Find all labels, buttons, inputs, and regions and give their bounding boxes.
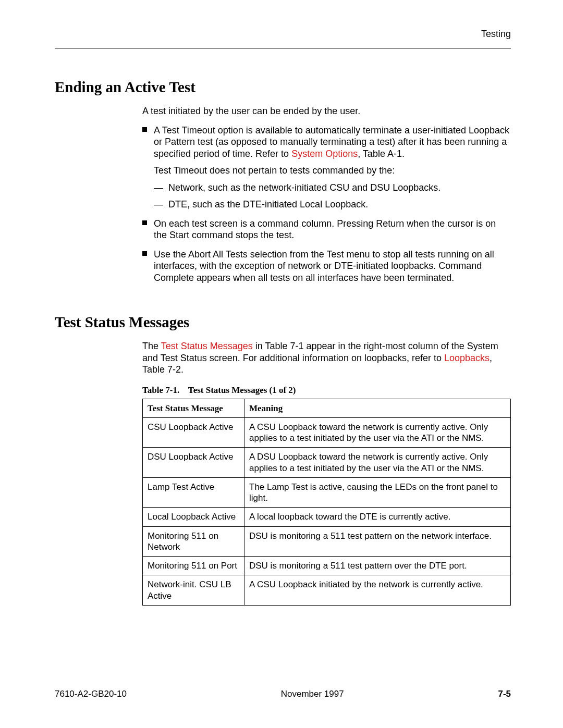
footer-page-number: 7-5 xyxy=(498,689,511,699)
page-footer: 7610-A2-GB20-10 November 1997 7-5 xyxy=(55,689,511,699)
cell-meaning: DSU is monitoring a 511 test pattern ove… xyxy=(244,557,511,575)
cell-meaning: DSU is monitoring a 511 test pattern on … xyxy=(244,526,511,557)
status-paragraph: The Test Status Messages in Table 7-1 ap… xyxy=(142,340,511,376)
cell-msg: DSU Loopback Active xyxy=(143,448,244,478)
link-loopbacks[interactable]: Loopbacks xyxy=(444,353,489,363)
cell-msg: Local Loopback Active xyxy=(143,508,244,526)
cell-msg: Lamp Test Active xyxy=(143,477,244,508)
footer-doc-id: 7610-A2-GB20-10 xyxy=(55,689,127,699)
cell-msg: CSU Loopback Active xyxy=(143,417,244,448)
link-test-status-messages[interactable]: Test Status Messages xyxy=(161,341,253,351)
cell-meaning: A CSU Loopback initiated by the network … xyxy=(244,575,511,606)
sub-paragraph: Test Timeout does not pertain to tests c… xyxy=(154,165,511,177)
p-pre: The xyxy=(142,341,161,351)
table-row: Monitoring 511 on Network DSU is monitor… xyxy=(143,526,511,557)
cell-meaning: The Lamp Test is active, causing the LED… xyxy=(244,477,511,508)
link-system-options[interactable]: System Options xyxy=(291,149,358,159)
table-row: Monitoring 511 on Port DSU is monitoring… xyxy=(143,557,511,575)
intro-paragraph: A test initiated by the user can be ende… xyxy=(142,105,511,117)
cell-msg: Monitoring 511 on Network xyxy=(143,526,244,557)
col-header-message: Test Status Message xyxy=(143,399,244,417)
bullet-list: A Test Timeout option is available to au… xyxy=(142,125,511,284)
heading-test-status-messages: Test Status Messages xyxy=(55,314,511,331)
dash-item-network: Network, such as the network-initiated C… xyxy=(154,182,511,194)
dash-list: Network, such as the network-initiated C… xyxy=(154,182,511,211)
table-row: DSU Loopback Active A DSU Loopback towar… xyxy=(143,448,511,478)
bullet-item-timeout: A Test Timeout option is available to au… xyxy=(142,125,511,211)
bullet-item-abort-all: Use the Abort All Tests selection from t… xyxy=(142,249,511,284)
test-status-table: Test Status Message Meaning CSU Loopback… xyxy=(142,399,511,606)
header-section-label: Testing xyxy=(55,29,511,40)
cell-meaning: A CSU Loopback toward the network is cur… xyxy=(244,417,511,448)
table-header-row: Test Status Message Meaning xyxy=(143,399,511,417)
header-rule xyxy=(55,48,511,48)
cell-msg: Network-init. CSU LB Active xyxy=(143,575,244,606)
heading-ending-active-test: Ending an Active Test xyxy=(55,79,511,96)
table-row: CSU Loopback Active A CSU Loopback towar… xyxy=(143,417,511,448)
table-row: Lamp Test Active The Lamp Test is active… xyxy=(143,477,511,508)
table-caption: Table 7-1. Test Status Messages (1 of 2) xyxy=(142,385,511,396)
cell-meaning: A local loopback toward the DTE is curre… xyxy=(244,508,511,526)
table-row: Network-init. CSU LB Active A CSU Loopba… xyxy=(143,575,511,606)
dash-item-dte: DTE, such as the DTE-initiated Local Loo… xyxy=(154,199,511,211)
bullet-item-command-column: On each test screen is a command column.… xyxy=(142,218,511,241)
bullet-text-post: , Table A-1. xyxy=(358,149,405,159)
footer-date: November 1997 xyxy=(281,689,344,699)
cell-msg: Monitoring 511 on Port xyxy=(143,557,244,575)
table-row: Local Loopback Active A local loopback t… xyxy=(143,508,511,526)
col-header-meaning: Meaning xyxy=(244,399,511,417)
cell-meaning: A DSU Loopback toward the network is cur… xyxy=(244,448,511,478)
